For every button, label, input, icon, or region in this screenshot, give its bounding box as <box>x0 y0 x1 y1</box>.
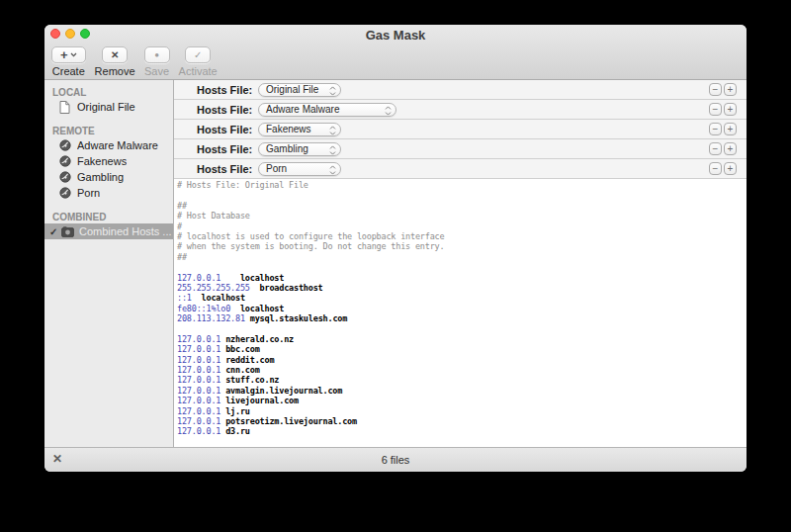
remove-row-button[interactable]: − <box>709 103 722 116</box>
remove-row-button[interactable]: − <box>709 162 722 175</box>
close-icon[interactable]: ✕ <box>52 452 62 466</box>
create-button[interactable]: + Create <box>51 46 86 77</box>
globe-icon <box>59 171 72 184</box>
titlebar[interactable]: Gas Mask <box>44 25 747 44</box>
content-area: LOCALOriginal FileREMOTEAdware MalwareFa… <box>44 80 747 447</box>
sidebar-item-label: Gambling <box>77 171 124 183</box>
remove-row-button[interactable]: − <box>709 142 722 155</box>
file-count-label: 6 files <box>382 454 410 466</box>
add-row-button[interactable]: + <box>724 162 737 175</box>
add-row-button[interactable]: + <box>724 83 737 96</box>
sidebar-item-porn[interactable]: Porn <box>44 185 173 201</box>
hosts-file-row-1: Hosts File:Original File−+ <box>174 80 747 100</box>
create-button-label: Create <box>52 65 85 77</box>
editor-segment-host: localhost <box>202 293 245 303</box>
editor-segment-host: reddit.com <box>225 355 274 365</box>
remove-row-button[interactable]: − <box>709 123 722 135</box>
activate-button-face[interactable]: ✓ <box>185 46 211 63</box>
editor-line: 127.0.0.1 nzherald.co.nz <box>177 334 747 344</box>
hosts-file-dropdown-fakenews[interactable]: Fakenews <box>258 123 341 136</box>
remove-button-label: Remove <box>95 65 135 77</box>
combined-icon <box>61 225 74 238</box>
editor-line: 255.255.255.255 broadcasthost <box>177 283 747 293</box>
status-bar: ✕ 6 files <box>44 447 747 472</box>
hosts-file-editor[interactable]: # Hosts File: Original File ### Host Dat… <box>174 179 747 447</box>
activate-button[interactable]: ✓ Activate <box>179 46 218 77</box>
stepper-icon <box>329 86 336 96</box>
editor-line: 127.0.0.1 livejournal.com <box>177 396 747 405</box>
row-buttons: −+ <box>709 103 737 116</box>
dropdown-value: Porn <box>266 163 287 174</box>
dropdown-value: Fakenews <box>266 124 311 134</box>
editor-segment-ip: 127.0.0.1 <box>177 416 220 426</box>
hosts-file-label: Hosts File: <box>197 104 258 116</box>
editor-segment-plain <box>220 273 240 283</box>
chevron-down-icon <box>70 52 77 57</box>
gas-mask-window: Gas Mask + Create ✕ Remove ● Save <box>44 25 747 472</box>
sidebar-header-combined: COMBINED <box>44 210 173 223</box>
editor-segment-host: bbc.com <box>225 344 259 354</box>
hosts-file-dropdown-original-file[interactable]: Original File <box>258 83 341 97</box>
hosts-file-row-5: Hosts File:Porn−+ <box>174 159 747 179</box>
hosts-file-label: Hosts File: <box>197 163 258 175</box>
editor-segment-host: potsreotizm.livejournal.com <box>225 416 357 426</box>
activate-button-label: Activate <box>179 65 218 77</box>
editor-line: ## <box>177 201 747 211</box>
window-title: Gas Mask <box>44 28 747 43</box>
sidebar-item-label: Combined Hosts ... <box>79 225 172 237</box>
add-row-button[interactable]: + <box>724 123 737 135</box>
editor-segment-host: d3.ru <box>225 426 250 436</box>
sidebar-section-combined: COMBINED✓Combined Hosts ... <box>44 210 173 239</box>
sidebar-section-remote: REMOTEAdware MalwareFakenewsGamblingPorn <box>44 124 173 201</box>
editor-line: ::1 localhost <box>177 293 747 303</box>
editor-segment-ip: 127.0.0.1 <box>177 273 220 283</box>
sidebar-item-adware-malware[interactable]: Adware Malware <box>44 137 173 153</box>
editor-segment-ip: 127.0.0.1 <box>177 406 220 416</box>
remove-button[interactable]: ✕ Remove <box>95 46 135 77</box>
globe-icon <box>59 187 72 200</box>
checkmark-icon: ✓ <box>49 226 60 237</box>
editor-segment-comment: # localhost is used to configure the loo… <box>177 231 444 241</box>
sidebar-item-label: Original File <box>77 101 135 113</box>
sidebar-item-original-file[interactable]: Original File <box>44 99 173 115</box>
editor-segment-plain <box>230 304 240 313</box>
stepper-icon <box>329 165 336 175</box>
create-button-face[interactable]: + <box>51 46 86 63</box>
hosts-file-row-4: Hosts File:Gambling−+ <box>174 139 747 159</box>
editor-segment-host: stuff.co.nz <box>225 375 279 385</box>
document-icon <box>59 101 72 114</box>
sidebar-item-label: Fakenews <box>77 155 127 167</box>
editor-line: # <box>177 222 747 231</box>
hosts-file-dropdown-adware-malware[interactable]: Adware Malware <box>258 103 396 117</box>
sidebar-item-gambling[interactable]: Gambling <box>44 169 173 185</box>
editor-line: # Host Database <box>177 211 747 221</box>
remove-button-face[interactable]: ✕ <box>102 46 128 63</box>
add-row-button[interactable]: + <box>724 103 737 116</box>
sidebar: LOCALOriginal FileREMOTEAdware MalwareFa… <box>44 80 174 447</box>
sidebar-item-combined-hosts[interactable]: ✓Combined Hosts ... <box>44 223 173 239</box>
editor-segment-ip: 127.0.0.1 <box>177 375 220 385</box>
editor-line: 208.113.132.81 mysql.staskulesh.com <box>177 313 747 323</box>
stepper-icon <box>329 126 336 135</box>
hosts-file-dropdown-gambling[interactable]: Gambling <box>258 142 341 156</box>
row-buttons: −+ <box>709 123 737 135</box>
editor-line <box>177 262 747 272</box>
editor-segment-host: localhost <box>240 304 284 313</box>
hosts-file-dropdown-porn[interactable]: Porn <box>258 162 341 176</box>
dot-icon: ● <box>154 48 159 61</box>
editor-segment-comment: # when the system is booting. Do not cha… <box>177 241 444 251</box>
dropdown-value: Original File <box>266 84 318 95</box>
editor-line: 127.0.0.1 stuff.co.nz <box>177 375 747 385</box>
globe-icon <box>59 139 72 152</box>
hosts-file-label: Hosts File: <box>197 143 258 155</box>
sidebar-item-fakenews[interactable]: Fakenews <box>44 153 173 169</box>
add-row-button[interactable]: + <box>724 142 737 155</box>
remove-row-button[interactable]: − <box>709 83 722 96</box>
row-buttons: −+ <box>709 83 737 96</box>
editor-line: 127.0.0.1 avmalgin.livejournal.com <box>177 386 747 396</box>
save-button[interactable]: ● Save <box>144 46 170 77</box>
editor-segment-host: lj.ru <box>225 406 250 416</box>
sidebar-item-label: Porn <box>77 187 100 199</box>
editor-segment-comment: ## <box>177 201 187 211</box>
save-button-face[interactable]: ● <box>144 46 170 63</box>
